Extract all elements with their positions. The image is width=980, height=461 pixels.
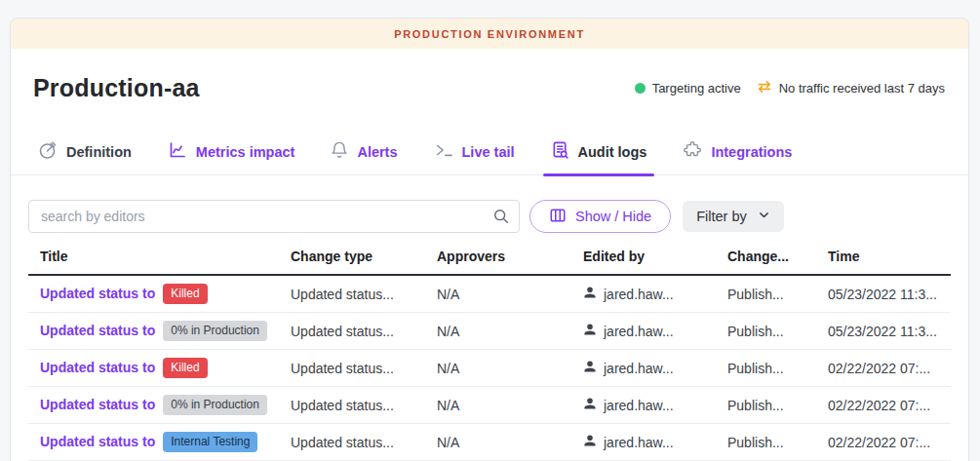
search-input[interactable] bbox=[28, 200, 520, 233]
document-search-icon bbox=[551, 140, 569, 163]
status-badge: Internal Testing bbox=[163, 432, 257, 451]
person-icon bbox=[583, 323, 597, 339]
approvers-cell: N/A bbox=[437, 361, 583, 376]
status-badge: 0% in Production bbox=[163, 395, 267, 414]
person-icon bbox=[583, 286, 597, 302]
table-row[interactable]: Updated status to Killed Updated status.… bbox=[28, 350, 951, 387]
time-cell: 02/22/2022 07:... bbox=[828, 361, 951, 376]
tab-label: Alerts bbox=[357, 144, 397, 160]
person-icon bbox=[583, 397, 597, 413]
filter-by-label: Filter by bbox=[696, 209, 747, 224]
edited-by-cell: jared.haw... bbox=[583, 434, 727, 450]
traffic-status: No traffic received last 7 days bbox=[757, 80, 945, 96]
change-cell: Publish... bbox=[727, 361, 828, 376]
row-title-link[interactable]: Updated status to bbox=[40, 397, 155, 412]
filter-by-dropdown[interactable]: Filter by bbox=[683, 201, 784, 232]
page-header: Production-aa Targeting active No traffi… bbox=[11, 49, 968, 102]
status-badge: Killed bbox=[163, 284, 207, 303]
change-type-cell: Updated status... bbox=[291, 398, 437, 413]
terminal-icon bbox=[434, 141, 453, 162]
time-cell: 02/22/2022 07:... bbox=[828, 398, 951, 413]
change-cell: Publish... bbox=[727, 398, 828, 413]
time-cell: 05/23/2022 11:3... bbox=[828, 287, 951, 302]
approvers-cell: N/A bbox=[437, 324, 583, 339]
column-header-change: Change... bbox=[727, 249, 828, 264]
column-header-change-type: Change type bbox=[291, 249, 437, 264]
line-chart-icon bbox=[168, 140, 187, 163]
tab-metrics-impact[interactable]: Metrics impact bbox=[168, 140, 295, 174]
approvers-cell: N/A bbox=[437, 287, 583, 302]
production-environment-banner: PRODUCTION ENVIRONMENT bbox=[11, 19, 968, 49]
time-cell: 05/23/2022 11:3... bbox=[828, 324, 951, 339]
status-badge: 0% in Production bbox=[163, 321, 267, 340]
approvers-cell: N/A bbox=[437, 398, 583, 413]
edited-by-cell: jared.haw... bbox=[583, 360, 727, 376]
column-header-title: Title bbox=[28, 249, 291, 264]
swap-arrows-icon bbox=[757, 80, 772, 96]
tab-label: Integrations bbox=[711, 144, 792, 160]
audit-log-table: Title Change type Approvers Edited by Ch… bbox=[28, 245, 951, 461]
tab-live-tail[interactable]: Live tail bbox=[434, 140, 515, 174]
green-dot-icon bbox=[635, 83, 646, 94]
column-header-edited-by: Edited by bbox=[583, 249, 727, 264]
status-group: Targeting active No traffic received las… bbox=[635, 80, 945, 96]
table-row[interactable]: Updated status to Killed Updated status.… bbox=[28, 276, 951, 313]
change-cell: Publish... bbox=[727, 287, 828, 302]
change-type-cell: Updated status... bbox=[291, 435, 437, 450]
tab-label: Metrics impact bbox=[196, 144, 295, 160]
columns-icon bbox=[549, 207, 567, 227]
table-toolbar: Show / Hide Filter by bbox=[11, 175, 968, 233]
tab-label: Definition bbox=[66, 144, 132, 160]
tab-bar: Definition Metrics impact Alerts bbox=[11, 140, 968, 175]
show-hide-label: Show / Hide bbox=[575, 209, 651, 224]
targeting-status-label: Targeting active bbox=[652, 81, 741, 96]
editor-name: jared.haw... bbox=[604, 398, 674, 413]
change-cell: Publish... bbox=[727, 324, 828, 339]
traffic-status-label: No traffic received last 7 days bbox=[779, 81, 945, 96]
status-badge: Killed bbox=[163, 358, 207, 377]
page-title: Production-aa bbox=[33, 74, 200, 102]
row-title-link[interactable]: Updated status to bbox=[40, 434, 155, 449]
show-hide-button[interactable]: Show / Hide bbox=[529, 200, 671, 233]
tab-integrations[interactable]: Integrations bbox=[683, 140, 792, 174]
row-title-link[interactable]: Updated status to bbox=[40, 286, 155, 301]
chevron-down-icon bbox=[758, 209, 770, 224]
search-field bbox=[28, 200, 520, 233]
editor-name: jared.haw... bbox=[604, 324, 674, 339]
definition-target-edit-icon bbox=[38, 140, 58, 163]
banner-label: PRODUCTION ENVIRONMENT bbox=[394, 28, 585, 40]
column-header-time: Time bbox=[828, 249, 951, 264]
edited-by-cell: jared.haw... bbox=[583, 323, 727, 339]
column-header-approvers: Approvers bbox=[437, 249, 583, 264]
edited-by-cell: jared.haw... bbox=[583, 397, 727, 413]
change-type-cell: Updated status... bbox=[291, 361, 437, 376]
targeting-status: Targeting active bbox=[635, 81, 741, 96]
approvers-cell: N/A bbox=[437, 435, 583, 450]
table-row[interactable]: Updated status to Internal Testing Updat… bbox=[28, 424, 951, 461]
person-icon bbox=[583, 360, 597, 376]
search-icon bbox=[492, 208, 510, 229]
environment-card: PRODUCTION ENVIRONMENT Production-aa Tar… bbox=[10, 18, 969, 461]
tab-audit-logs[interactable]: Audit logs bbox=[551, 140, 647, 174]
editor-name: jared.haw... bbox=[604, 361, 674, 376]
tab-definition[interactable]: Definition bbox=[38, 140, 132, 174]
tab-alerts[interactable]: Alerts bbox=[331, 140, 397, 174]
editor-name: jared.haw... bbox=[604, 435, 674, 450]
change-cell: Publish... bbox=[727, 435, 828, 450]
bell-icon bbox=[331, 140, 348, 163]
change-type-cell: Updated status... bbox=[291, 324, 437, 339]
edited-by-cell: jared.haw... bbox=[583, 286, 727, 302]
person-icon bbox=[583, 434, 597, 450]
puzzle-icon bbox=[683, 140, 702, 163]
table-row[interactable]: Updated status to 0% in Production Updat… bbox=[28, 387, 951, 424]
time-cell: 02/22/2022 07:... bbox=[828, 435, 951, 450]
change-type-cell: Updated status... bbox=[291, 287, 437, 302]
row-title-link[interactable]: Updated status to bbox=[40, 323, 155, 338]
table-row[interactable]: Updated status to 0% in Production Updat… bbox=[28, 313, 951, 350]
table-header-row: Title Change type Approvers Edited by Ch… bbox=[28, 245, 951, 276]
tab-label: Audit logs bbox=[578, 144, 647, 160]
editor-name: jared.haw... bbox=[604, 287, 674, 302]
tab-label: Live tail bbox=[462, 144, 515, 160]
row-title-link[interactable]: Updated status to bbox=[40, 360, 155, 375]
